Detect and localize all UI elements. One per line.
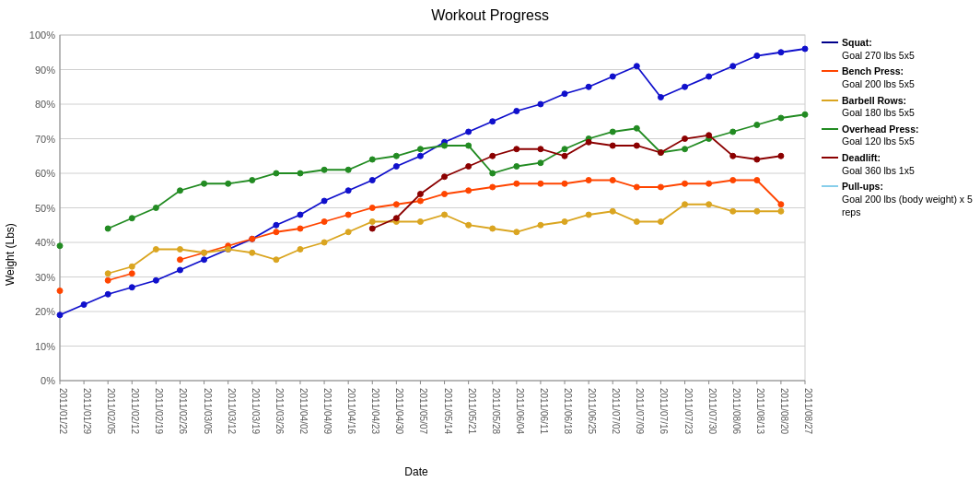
chart-svg: 0%10%20%30%40%50%60%70%80%90%100%2011/01… bbox=[18, 28, 814, 464]
svg-text:2011/01/29: 2011/01/29 bbox=[82, 388, 92, 434]
svg-text:2011/02/19: 2011/02/19 bbox=[154, 388, 164, 434]
svg-point-127 bbox=[250, 236, 255, 241]
svg-point-222 bbox=[658, 150, 663, 156]
svg-point-124 bbox=[177, 257, 182, 263]
svg-point-133 bbox=[393, 202, 399, 207]
svg-point-197 bbox=[514, 164, 519, 170]
svg-point-220 bbox=[610, 143, 615, 148]
legend-item: Overhead Press:Goal 120 lbs 5x5 bbox=[822, 123, 973, 148]
legend-text: Squat:Goal 270 lbs 5x5 bbox=[842, 37, 915, 62]
svg-point-149 bbox=[778, 202, 784, 207]
legend-line-indicator bbox=[822, 185, 838, 187]
svg-text:2011/01/22: 2011/01/22 bbox=[58, 388, 68, 434]
svg-point-223 bbox=[682, 136, 688, 142]
svg-point-110 bbox=[562, 91, 567, 97]
svg-point-178 bbox=[778, 208, 784, 214]
svg-point-132 bbox=[369, 206, 375, 211]
svg-point-194 bbox=[442, 143, 448, 148]
svg-point-225 bbox=[730, 153, 736, 159]
svg-point-152 bbox=[153, 247, 158, 253]
svg-point-165 bbox=[466, 222, 472, 228]
svg-text:2011/03/26: 2011/03/26 bbox=[274, 388, 285, 434]
legend-text: Pull-ups:Goal 200 lbs (body weight) x 5 … bbox=[842, 181, 973, 218]
svg-point-218 bbox=[562, 153, 567, 159]
svg-point-185 bbox=[226, 181, 231, 186]
svg-point-111 bbox=[586, 84, 591, 89]
svg-point-142 bbox=[610, 178, 615, 183]
svg-point-123 bbox=[129, 271, 134, 276]
svg-point-227 bbox=[778, 153, 784, 159]
svg-point-163 bbox=[417, 219, 423, 225]
svg-point-177 bbox=[754, 208, 760, 214]
legend: Squat:Goal 270 lbs 5x5Bench Press:Goal 2… bbox=[814, 28, 980, 482]
svg-point-121 bbox=[57, 288, 63, 294]
svg-point-106 bbox=[466, 129, 472, 135]
svg-point-204 bbox=[682, 147, 688, 152]
plot-and-legend: 0%10%20%30%40%50%60%70%80%90%100%2011/01… bbox=[18, 28, 980, 482]
legend-line-indicator bbox=[822, 70, 838, 72]
legend-line-indicator bbox=[822, 100, 838, 101]
svg-point-209 bbox=[802, 112, 808, 117]
svg-point-167 bbox=[514, 229, 519, 235]
svg-text:2011/02/05: 2011/02/05 bbox=[106, 388, 116, 434]
svg-text:2011/04/09: 2011/04/09 bbox=[322, 388, 332, 434]
svg-text:2011/04/02: 2011/04/02 bbox=[298, 388, 309, 434]
svg-text:40%: 40% bbox=[35, 237, 55, 248]
svg-point-138 bbox=[514, 181, 519, 186]
svg-point-210 bbox=[369, 226, 375, 231]
svg-point-143 bbox=[634, 184, 639, 190]
svg-point-181 bbox=[129, 216, 134, 221]
legend-text: Overhead Press:Goal 120 lbs 5x5 bbox=[842, 123, 918, 148]
svg-point-201 bbox=[610, 129, 615, 135]
svg-point-192 bbox=[393, 153, 399, 159]
legend-item: Deadlift:Goal 360 lbs 1x5 bbox=[822, 152, 973, 177]
svg-text:10%: 10% bbox=[35, 341, 55, 352]
svg-point-216 bbox=[514, 147, 519, 152]
svg-point-182 bbox=[153, 206, 158, 211]
legend-item: Pull-ups:Goal 200 lbs (body weight) x 5 … bbox=[822, 181, 973, 218]
svg-point-226 bbox=[754, 157, 760, 162]
svg-point-113 bbox=[634, 64, 639, 69]
svg-point-90 bbox=[81, 302, 87, 308]
svg-point-99 bbox=[298, 212, 303, 217]
svg-point-213 bbox=[442, 174, 448, 180]
svg-text:100%: 100% bbox=[29, 29, 55, 41]
svg-point-166 bbox=[490, 226, 496, 231]
chart-area: Weight (Lbs) 0%10%20%30%40%50%60%70%80%9… bbox=[0, 28, 980, 482]
svg-text:2011/07/30: 2011/07/30 bbox=[707, 388, 718, 434]
svg-point-92 bbox=[129, 285, 134, 290]
svg-point-102 bbox=[369, 178, 375, 183]
svg-point-199 bbox=[562, 147, 567, 152]
svg-point-108 bbox=[514, 109, 519, 114]
svg-point-120 bbox=[802, 46, 808, 52]
svg-point-208 bbox=[778, 115, 784, 121]
svg-point-212 bbox=[417, 192, 423, 197]
svg-text:30%: 30% bbox=[35, 272, 55, 283]
legend-line-indicator bbox=[822, 128, 838, 130]
svg-point-115 bbox=[682, 84, 688, 89]
svg-text:2011/03/19: 2011/03/19 bbox=[251, 388, 261, 434]
svg-text:2011/06/18: 2011/06/18 bbox=[563, 388, 573, 434]
chart-title: Workout Progress bbox=[0, 0, 980, 28]
svg-point-221 bbox=[634, 143, 639, 148]
legend-item: Squat:Goal 270 lbs 5x5 bbox=[822, 37, 973, 62]
svg-point-170 bbox=[586, 212, 591, 217]
svg-point-89 bbox=[57, 312, 63, 318]
svg-point-155 bbox=[226, 247, 231, 253]
svg-point-109 bbox=[538, 101, 543, 107]
svg-point-103 bbox=[393, 164, 399, 170]
svg-text:2011/08/13: 2011/08/13 bbox=[755, 388, 765, 434]
svg-point-94 bbox=[177, 267, 182, 273]
svg-point-100 bbox=[321, 198, 327, 204]
svg-point-188 bbox=[298, 170, 303, 176]
svg-text:2011/08/06: 2011/08/06 bbox=[731, 388, 741, 434]
svg-point-93 bbox=[153, 277, 158, 283]
svg-point-101 bbox=[345, 188, 351, 194]
svg-point-195 bbox=[466, 143, 472, 148]
svg-point-207 bbox=[754, 123, 760, 128]
svg-text:2011/08/27: 2011/08/27 bbox=[803, 388, 813, 434]
chart-inner: 0%10%20%30%40%50%60%70%80%90%100%2011/01… bbox=[18, 28, 980, 482]
svg-point-202 bbox=[634, 125, 639, 131]
svg-text:2011/04/30: 2011/04/30 bbox=[394, 388, 404, 434]
svg-point-146 bbox=[706, 181, 712, 186]
